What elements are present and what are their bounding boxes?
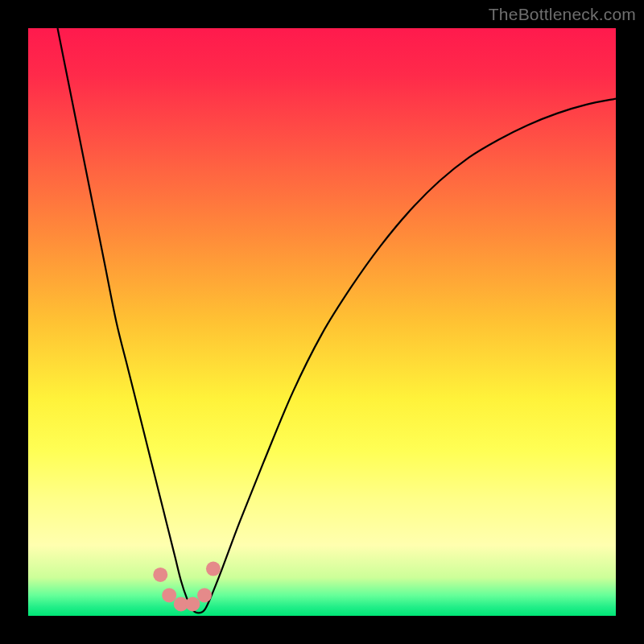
bottleneck-curve xyxy=(28,28,616,616)
watermark-text: TheBottleneck.com xyxy=(489,5,636,24)
bottom-dots-group xyxy=(153,562,221,612)
chart-frame: TheBottleneck.com xyxy=(0,0,644,644)
bottom-dot xyxy=(206,562,221,576)
bottom-dot xyxy=(153,568,167,582)
curve-path xyxy=(58,28,617,613)
bottom-dot xyxy=(197,588,212,602)
bottom-dot xyxy=(162,588,176,602)
bottom-dot xyxy=(185,597,200,611)
plot-area xyxy=(28,28,616,616)
